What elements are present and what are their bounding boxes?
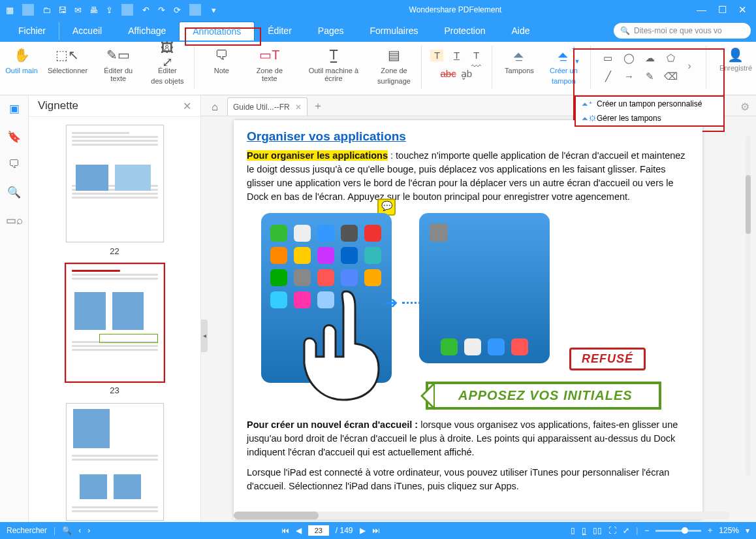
tool-select[interactable]: ⬚↖ Sélectionner bbox=[48, 46, 87, 74]
window-maximize-icon[interactable]: ☐ bbox=[718, 4, 727, 16]
thumbnail-panel: Vignette ✕ 22 bbox=[29, 95, 201, 522]
tool-typewriter[interactable]: T̲ Outil machine à écrire bbox=[300, 46, 367, 82]
vertical-scrollbar[interactable] bbox=[746, 136, 751, 476]
menu-affichage[interactable]: Affichage bbox=[115, 22, 179, 40]
tool-create-stamp[interactable]: ⏶̲+▼ Créer un tampon bbox=[546, 46, 581, 85]
tool-edit-objects[interactable]: 🖼⤢ Éditer des objets bbox=[150, 46, 185, 85]
tool-area-highlight[interactable]: ▤ Zone de surlignage bbox=[377, 46, 412, 85]
menu-create-custom-stamp[interactable]: ⏶⁺ Créer un tampon personnalisé bbox=[576, 97, 723, 111]
page-prev-icon[interactable]: ◀ bbox=[296, 526, 302, 535]
tool-note[interactable]: 🗨 Note bbox=[204, 46, 239, 74]
qat-redo-icon[interactable]: ↷ bbox=[155, 5, 167, 15]
nav-attachments-icon[interactable]: ▭⌕ bbox=[6, 214, 23, 227]
page-last-icon[interactable]: ⏭ bbox=[372, 526, 380, 535]
textbox-icon: ▭T bbox=[260, 46, 279, 64]
nav-search-icon[interactable]: 🔍 bbox=[7, 186, 21, 199]
menu-file[interactable]: Fichier bbox=[5, 22, 59, 40]
page-first-icon[interactable]: ⏮ bbox=[281, 526, 289, 535]
menu-protection[interactable]: Protection bbox=[431, 22, 498, 40]
tool-textbox[interactable]: ▭T Zone de texte bbox=[248, 46, 291, 82]
zoom-slider[interactable] bbox=[655, 530, 701, 532]
tool-edit-text[interactable]: ✎▭ Éditer du texte bbox=[96, 46, 140, 82]
thumbnail-page-22[interactable]: 22 bbox=[66, 125, 164, 256]
thumbnail-page-24[interactable] bbox=[66, 403, 164, 521]
shape-cloud-icon[interactable]: ☁ bbox=[643, 52, 656, 64]
document-canvas[interactable]: ◂ Organiser vos applications Pour organi… bbox=[201, 116, 756, 522]
horizontal-scrollbar[interactable] bbox=[234, 512, 730, 519]
shape-arrow-icon[interactable]: → bbox=[622, 71, 635, 82]
tool-edit-text-label: Éditer du texte bbox=[96, 67, 140, 82]
thumbnail-panel-close-icon[interactable]: ✕ bbox=[183, 100, 191, 112]
document-area: ⌂ Guide Util...--FR ✕ ＋ ⚙ ◂ Organiser vo… bbox=[201, 95, 756, 522]
ribbon-overflow[interactable]: › bbox=[687, 60, 697, 72]
thumbnail-panel-title: Vignette bbox=[38, 99, 78, 112]
menu-pages[interactable]: Pages bbox=[305, 22, 357, 40]
menu-manage-stamps-label: Gérer les tampons bbox=[597, 114, 661, 123]
thumbnail-page-23[interactable]: 23 bbox=[66, 264, 164, 395]
tool-highlight[interactable]: T bbox=[430, 50, 443, 61]
window-close-icon[interactable]: ✕ bbox=[738, 4, 747, 16]
zoom-dropdown-icon[interactable]: ▾ bbox=[746, 526, 749, 535]
status-find-label[interactable]: Rechercher bbox=[7, 526, 47, 535]
illustration-ipad-right bbox=[419, 213, 550, 363]
new-tab-button[interactable]: ＋ bbox=[311, 99, 324, 116]
status-find-prev-icon[interactable]: ‹ bbox=[78, 526, 81, 535]
qat-more-icon[interactable]: ▾ bbox=[208, 5, 219, 15]
stamp-refuse[interactable]: REFUSÉ bbox=[569, 348, 646, 370]
menu-formulaires[interactable]: Formulaires bbox=[357, 22, 432, 40]
view-two-page-icon[interactable]: ▯▯ bbox=[593, 526, 602, 535]
nav-comments-icon[interactable]: 🗨 bbox=[8, 158, 20, 171]
shape-rect-icon[interactable]: ▭ bbox=[601, 52, 614, 64]
view-fit-icon[interactable]: ⛶ bbox=[608, 526, 616, 535]
document-tab-label: Guide Util...--FR bbox=[233, 103, 290, 112]
nav-bookmarks-icon[interactable]: 🔖 bbox=[7, 130, 21, 144]
document-tab[interactable]: Guide Util...--FR ✕ bbox=[227, 97, 307, 116]
cursor-icon: ⬚↖ bbox=[57, 46, 77, 64]
status-find-next-icon[interactable]: › bbox=[87, 526, 90, 535]
status-search-icon[interactable]: 🔍 bbox=[62, 526, 72, 535]
view-fullscreen-icon[interactable]: ⤢ bbox=[623, 526, 629, 535]
tool-strikeout[interactable]: abc bbox=[440, 68, 453, 80]
qat-undo-icon[interactable]: ↶ bbox=[140, 5, 151, 15]
qat-open-icon[interactable]: 🗀 bbox=[40, 5, 52, 15]
qat-mail-icon[interactable]: ✉ bbox=[72, 5, 84, 15]
window-minimize-icon[interactable]: ― bbox=[697, 4, 706, 16]
nav-thumbnails-icon[interactable]: ▣ bbox=[9, 102, 20, 116]
panel-collapse-handle[interactable]: ◂ bbox=[201, 319, 208, 352]
shape-pencil-icon[interactable]: ✎ bbox=[643, 71, 656, 82]
tab-home-icon[interactable]: ⌂ bbox=[206, 99, 223, 116]
view-single-page-icon[interactable]: ▯ bbox=[571, 526, 575, 535]
page-next-icon[interactable]: ▶ bbox=[360, 526, 366, 535]
tool-squiggly[interactable]: T〰 bbox=[469, 50, 482, 61]
qat-save-icon[interactable]: 🖫 bbox=[56, 5, 68, 15]
shape-polygon-icon[interactable]: ⬠ bbox=[664, 52, 677, 64]
help-search[interactable]: 🔍 Dites-moi ce que vous vo bbox=[614, 23, 751, 39]
menu-editer[interactable]: Éditer bbox=[255, 22, 305, 40]
qat-print-icon[interactable]: 🖶 bbox=[87, 5, 99, 15]
qat-refresh-icon[interactable]: ⟳ bbox=[171, 5, 183, 15]
tool-area-highlight-label1: Zone de bbox=[381, 67, 407, 74]
tool-stamps[interactable]: ⏶̲ Tampons bbox=[501, 46, 537, 74]
tool-caret[interactable]: a̬b bbox=[460, 68, 473, 80]
document-tab-close-icon[interactable]: ✕ bbox=[295, 103, 302, 112]
menu-manage-stamps[interactable]: ⏶⚙ Gérer les tampons bbox=[576, 111, 723, 125]
account-status[interactable]: 👤 Enregistré bbox=[719, 46, 752, 72]
menu-annotations[interactable]: Annotations bbox=[179, 22, 255, 41]
tool-edit-objects-label1: Éditer bbox=[158, 67, 177, 74]
shape-line-icon[interactable]: ╱ bbox=[601, 71, 614, 82]
page-current-input[interactable] bbox=[308, 525, 329, 536]
tab-settings-icon[interactable]: ⚙ bbox=[740, 101, 749, 116]
view-continuous-icon[interactable]: ▯̲ bbox=[582, 526, 586, 535]
zoom-in-icon[interactable]: + bbox=[708, 526, 712, 535]
shape-eraser-icon[interactable]: ⌫ bbox=[664, 71, 677, 82]
qat-share-icon[interactable]: ⇪ bbox=[103, 5, 115, 15]
tool-underline[interactable]: T bbox=[450, 50, 463, 61]
menu-create-custom-stamp-label: Créer un tampon personnalisé bbox=[597, 99, 702, 108]
zoom-out-icon[interactable]: − bbox=[644, 526, 649, 535]
doc-paragraph-1: Pour organiser les applications : touche… bbox=[247, 149, 689, 204]
stamp-initials[interactable]: APPOSEZ VOS INITIALES bbox=[426, 382, 661, 410]
menu-aide[interactable]: Aide bbox=[498, 22, 543, 40]
tool-hand[interactable]: ✋ Outil main bbox=[4, 46, 39, 74]
menu-accueil[interactable]: Accueil bbox=[59, 22, 115, 40]
shape-circle-icon[interactable]: ◯ bbox=[622, 52, 635, 64]
